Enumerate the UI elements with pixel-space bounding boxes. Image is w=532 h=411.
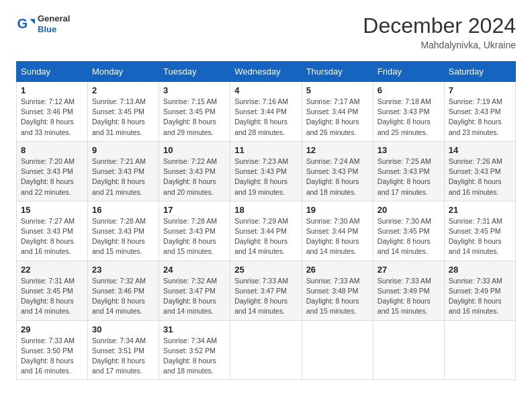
day-info: Sunrise: 7:28 AM Sunset: 3:43 PM Dayligh… bbox=[163, 216, 226, 257]
day-cell: 25Sunrise: 7:33 AM Sunset: 3:47 PM Dayli… bbox=[230, 261, 302, 320]
day-cell: 14Sunrise: 7:26 AM Sunset: 3:43 PM Dayli… bbox=[444, 141, 515, 201]
day-cell: 30Sunrise: 7:34 AM Sunset: 3:51 PM Dayli… bbox=[88, 320, 159, 380]
calendar-week-row: 8Sunrise: 7:20 AM Sunset: 3:43 PM Daylig… bbox=[17, 141, 516, 201]
logo-general: General bbox=[38, 13, 70, 24]
day-info: Sunrise: 7:17 AM Sunset: 3:44 PM Dayligh… bbox=[306, 97, 369, 138]
day-cell: 23Sunrise: 7:32 AM Sunset: 3:46 PM Dayli… bbox=[88, 261, 159, 320]
day-header-friday: Friday bbox=[373, 62, 444, 82]
day-cell: 7Sunrise: 7:19 AM Sunset: 3:43 PM Daylig… bbox=[444, 82, 515, 142]
day-info: Sunrise: 7:13 AM Sunset: 3:45 PM Dayligh… bbox=[92, 97, 154, 138]
day-info: Sunrise: 7:22 AM Sunset: 3:43 PM Dayligh… bbox=[163, 156, 226, 197]
empty-cell bbox=[230, 320, 302, 380]
day-number: 28 bbox=[449, 265, 511, 275]
day-number: 11 bbox=[234, 145, 297, 155]
day-cell: 18Sunrise: 7:29 AM Sunset: 3:44 PM Dayli… bbox=[230, 201, 302, 261]
calendar-week-row: 15Sunrise: 7:27 AM Sunset: 3:43 PM Dayli… bbox=[17, 201, 516, 261]
day-info: Sunrise: 7:27 AM Sunset: 3:43 PM Dayligh… bbox=[21, 216, 83, 257]
day-info: Sunrise: 7:32 AM Sunset: 3:46 PM Dayligh… bbox=[92, 276, 154, 317]
day-info: Sunrise: 7:30 AM Sunset: 3:44 PM Dayligh… bbox=[306, 216, 369, 257]
day-cell: 5Sunrise: 7:17 AM Sunset: 3:44 PM Daylig… bbox=[302, 82, 373, 142]
svg-text:G: G bbox=[17, 16, 28, 31]
day-cell: 9Sunrise: 7:21 AM Sunset: 3:43 PM Daylig… bbox=[88, 141, 159, 201]
month-title: December 2024 bbox=[363, 13, 516, 38]
day-info: Sunrise: 7:33 AM Sunset: 3:50 PM Dayligh… bbox=[21, 336, 83, 377]
empty-cell bbox=[302, 320, 373, 380]
day-cell: 29Sunrise: 7:33 AM Sunset: 3:50 PM Dayli… bbox=[17, 320, 88, 380]
day-info: Sunrise: 7:33 AM Sunset: 3:49 PM Dayligh… bbox=[449, 276, 511, 317]
day-number: 24 bbox=[163, 265, 226, 275]
day-number: 22 bbox=[21, 265, 83, 275]
day-info: Sunrise: 7:31 AM Sunset: 3:45 PM Dayligh… bbox=[449, 216, 511, 257]
day-info: Sunrise: 7:33 AM Sunset: 3:48 PM Dayligh… bbox=[306, 276, 369, 317]
day-number: 10 bbox=[163, 145, 226, 155]
day-cell: 10Sunrise: 7:22 AM Sunset: 3:43 PM Dayli… bbox=[159, 141, 230, 201]
day-info: Sunrise: 7:21 AM Sunset: 3:43 PM Dayligh… bbox=[92, 156, 154, 197]
day-info: Sunrise: 7:31 AM Sunset: 3:45 PM Dayligh… bbox=[21, 276, 83, 317]
day-number: 20 bbox=[378, 205, 440, 215]
day-number: 9 bbox=[92, 145, 154, 155]
day-number: 29 bbox=[21, 324, 83, 334]
day-number: 27 bbox=[378, 265, 440, 275]
calendar-week-row: 29Sunrise: 7:33 AM Sunset: 3:50 PM Dayli… bbox=[17, 320, 516, 380]
day-header-saturday: Saturday bbox=[444, 62, 515, 82]
svg-marker-1 bbox=[30, 19, 35, 24]
day-info: Sunrise: 7:33 AM Sunset: 3:47 PM Dayligh… bbox=[234, 276, 297, 317]
day-number: 1 bbox=[21, 85, 83, 95]
empty-cell bbox=[444, 320, 515, 380]
day-cell: 4Sunrise: 7:16 AM Sunset: 3:44 PM Daylig… bbox=[230, 82, 302, 142]
day-info: Sunrise: 7:29 AM Sunset: 3:44 PM Dayligh… bbox=[234, 216, 297, 257]
page-header: G General Blue December 2024 Mahdalynivk… bbox=[16, 13, 516, 50]
day-number: 15 bbox=[21, 205, 83, 215]
day-cell: 12Sunrise: 7:24 AM Sunset: 3:43 PM Dayli… bbox=[302, 141, 373, 201]
day-info: Sunrise: 7:15 AM Sunset: 3:45 PM Dayligh… bbox=[163, 97, 226, 138]
day-number: 21 bbox=[449, 205, 511, 215]
day-cell: 22Sunrise: 7:31 AM Sunset: 3:45 PM Dayli… bbox=[17, 261, 88, 320]
day-number: 25 bbox=[234, 265, 297, 275]
location: Mahdalynivka, Ukraine bbox=[363, 40, 516, 50]
day-header-wednesday: Wednesday bbox=[230, 62, 302, 82]
day-info: Sunrise: 7:19 AM Sunset: 3:43 PM Dayligh… bbox=[449, 97, 511, 138]
calendar-week-row: 1Sunrise: 7:12 AM Sunset: 3:46 PM Daylig… bbox=[17, 82, 516, 142]
day-info: Sunrise: 7:20 AM Sunset: 3:43 PM Dayligh… bbox=[21, 156, 83, 197]
empty-cell bbox=[373, 320, 444, 380]
day-cell: 6Sunrise: 7:18 AM Sunset: 3:43 PM Daylig… bbox=[373, 82, 444, 142]
day-number: 14 bbox=[449, 145, 511, 155]
day-number: 7 bbox=[449, 85, 511, 95]
day-info: Sunrise: 7:30 AM Sunset: 3:45 PM Dayligh… bbox=[378, 216, 440, 257]
day-info: Sunrise: 7:25 AM Sunset: 3:43 PM Dayligh… bbox=[378, 156, 440, 197]
day-info: Sunrise: 7:32 AM Sunset: 3:47 PM Dayligh… bbox=[163, 276, 226, 317]
day-info: Sunrise: 7:18 AM Sunset: 3:43 PM Dayligh… bbox=[378, 97, 440, 138]
day-info: Sunrise: 7:23 AM Sunset: 3:43 PM Dayligh… bbox=[234, 156, 297, 197]
day-header-tuesday: Tuesday bbox=[159, 62, 230, 82]
day-cell: 24Sunrise: 7:32 AM Sunset: 3:47 PM Dayli… bbox=[159, 261, 230, 320]
logo-icon: G bbox=[16, 15, 35, 34]
logo-blue: Blue bbox=[38, 24, 70, 35]
day-cell: 21Sunrise: 7:31 AM Sunset: 3:45 PM Dayli… bbox=[444, 201, 515, 261]
day-cell: 27Sunrise: 7:33 AM Sunset: 3:49 PM Dayli… bbox=[373, 261, 444, 320]
day-number: 26 bbox=[306, 265, 369, 275]
day-info: Sunrise: 7:34 AM Sunset: 3:51 PM Dayligh… bbox=[92, 336, 154, 377]
day-cell: 28Sunrise: 7:33 AM Sunset: 3:49 PM Dayli… bbox=[444, 261, 515, 320]
day-info: Sunrise: 7:16 AM Sunset: 3:44 PM Dayligh… bbox=[234, 97, 297, 138]
day-number: 6 bbox=[378, 85, 440, 95]
day-number: 8 bbox=[21, 145, 83, 155]
calendar-header-row: SundayMondayTuesdayWednesdayThursdayFrid… bbox=[17, 62, 516, 82]
day-info: Sunrise: 7:26 AM Sunset: 3:43 PM Dayligh… bbox=[449, 156, 511, 197]
day-info: Sunrise: 7:33 AM Sunset: 3:49 PM Dayligh… bbox=[378, 276, 440, 317]
day-cell: 1Sunrise: 7:12 AM Sunset: 3:46 PM Daylig… bbox=[17, 82, 88, 142]
day-number: 17 bbox=[163, 205, 226, 215]
day-number: 2 bbox=[92, 85, 154, 95]
day-cell: 16Sunrise: 7:28 AM Sunset: 3:43 PM Dayli… bbox=[88, 201, 159, 261]
day-number: 4 bbox=[234, 85, 297, 95]
day-number: 19 bbox=[306, 205, 369, 215]
logo: G General Blue bbox=[16, 13, 70, 34]
calendar-week-row: 22Sunrise: 7:31 AM Sunset: 3:45 PM Dayli… bbox=[17, 261, 516, 320]
day-number: 12 bbox=[306, 145, 369, 155]
day-cell: 26Sunrise: 7:33 AM Sunset: 3:48 PM Dayli… bbox=[302, 261, 373, 320]
day-number: 16 bbox=[92, 205, 154, 215]
day-info: Sunrise: 7:24 AM Sunset: 3:43 PM Dayligh… bbox=[306, 156, 369, 197]
logo-text: General Blue bbox=[38, 13, 70, 34]
day-info: Sunrise: 7:12 AM Sunset: 3:46 PM Dayligh… bbox=[21, 97, 83, 138]
day-cell: 3Sunrise: 7:15 AM Sunset: 3:45 PM Daylig… bbox=[159, 82, 230, 142]
day-number: 5 bbox=[306, 85, 369, 95]
